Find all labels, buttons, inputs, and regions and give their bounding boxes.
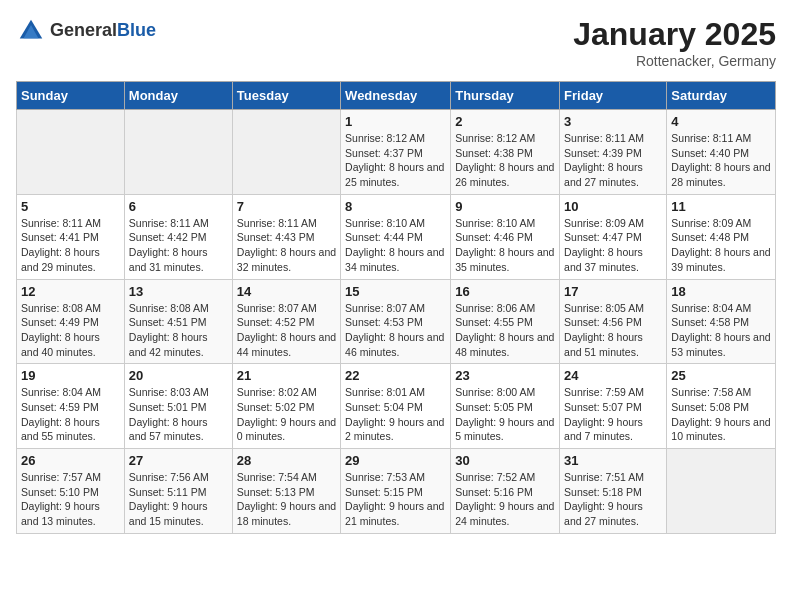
day-number: 11	[671, 199, 771, 214]
day-number: 13	[129, 284, 228, 299]
calendar-cell: 11Sunrise: 8:09 AM Sunset: 4:48 PM Dayli…	[667, 194, 776, 279]
calendar-day-header: Saturday	[667, 82, 776, 110]
day-info: Sunrise: 8:12 AM Sunset: 4:37 PM Dayligh…	[345, 131, 446, 190]
calendar-cell	[232, 110, 340, 195]
day-info: Sunrise: 7:56 AM Sunset: 5:11 PM Dayligh…	[129, 470, 228, 529]
day-number: 10	[564, 199, 662, 214]
calendar-day-header: Monday	[124, 82, 232, 110]
calendar-cell: 3Sunrise: 8:11 AM Sunset: 4:39 PM Daylig…	[560, 110, 667, 195]
day-info: Sunrise: 8:05 AM Sunset: 4:56 PM Dayligh…	[564, 301, 662, 360]
day-info: Sunrise: 8:11 AM Sunset: 4:40 PM Dayligh…	[671, 131, 771, 190]
calendar-cell: 27Sunrise: 7:56 AM Sunset: 5:11 PM Dayli…	[124, 449, 232, 534]
day-info: Sunrise: 7:54 AM Sunset: 5:13 PM Dayligh…	[237, 470, 336, 529]
day-info: Sunrise: 8:11 AM Sunset: 4:43 PM Dayligh…	[237, 216, 336, 275]
day-number: 30	[455, 453, 555, 468]
day-number: 14	[237, 284, 336, 299]
day-number: 5	[21, 199, 120, 214]
calendar-cell: 8Sunrise: 8:10 AM Sunset: 4:44 PM Daylig…	[341, 194, 451, 279]
calendar-cell: 7Sunrise: 8:11 AM Sunset: 4:43 PM Daylig…	[232, 194, 340, 279]
calendar-day-header: Sunday	[17, 82, 125, 110]
calendar-cell: 25Sunrise: 7:58 AM Sunset: 5:08 PM Dayli…	[667, 364, 776, 449]
day-number: 6	[129, 199, 228, 214]
calendar-cell: 30Sunrise: 7:52 AM Sunset: 5:16 PM Dayli…	[451, 449, 560, 534]
calendar-cell: 6Sunrise: 8:11 AM Sunset: 4:42 PM Daylig…	[124, 194, 232, 279]
day-info: Sunrise: 8:09 AM Sunset: 4:47 PM Dayligh…	[564, 216, 662, 275]
title-block: January 2025 Rottenacker, Germany	[573, 16, 776, 69]
day-number: 24	[564, 368, 662, 383]
calendar-cell	[124, 110, 232, 195]
day-number: 9	[455, 199, 555, 214]
day-info: Sunrise: 8:00 AM Sunset: 5:05 PM Dayligh…	[455, 385, 555, 444]
logo-general: GeneralBlue	[50, 20, 156, 42]
calendar-week-row: 1Sunrise: 8:12 AM Sunset: 4:37 PM Daylig…	[17, 110, 776, 195]
logo: GeneralBlue	[16, 16, 156, 46]
calendar-cell: 28Sunrise: 7:54 AM Sunset: 5:13 PM Dayli…	[232, 449, 340, 534]
day-number: 20	[129, 368, 228, 383]
day-number: 1	[345, 114, 446, 129]
calendar-cell: 23Sunrise: 8:00 AM Sunset: 5:05 PM Dayli…	[451, 364, 560, 449]
day-number: 4	[671, 114, 771, 129]
calendar-cell: 2Sunrise: 8:12 AM Sunset: 4:38 PM Daylig…	[451, 110, 560, 195]
day-info: Sunrise: 8:02 AM Sunset: 5:02 PM Dayligh…	[237, 385, 336, 444]
logo-text: GeneralBlue	[50, 20, 156, 42]
day-number: 27	[129, 453, 228, 468]
day-info: Sunrise: 8:08 AM Sunset: 4:51 PM Dayligh…	[129, 301, 228, 360]
calendar-cell	[17, 110, 125, 195]
calendar-cell: 29Sunrise: 7:53 AM Sunset: 5:15 PM Dayli…	[341, 449, 451, 534]
location: Rottenacker, Germany	[573, 53, 776, 69]
day-info: Sunrise: 8:11 AM Sunset: 4:41 PM Dayligh…	[21, 216, 120, 275]
calendar-cell: 22Sunrise: 8:01 AM Sunset: 5:04 PM Dayli…	[341, 364, 451, 449]
calendar-cell: 24Sunrise: 7:59 AM Sunset: 5:07 PM Dayli…	[560, 364, 667, 449]
calendar: SundayMondayTuesdayWednesdayThursdayFrid…	[16, 81, 776, 534]
calendar-cell: 14Sunrise: 8:07 AM Sunset: 4:52 PM Dayli…	[232, 279, 340, 364]
calendar-week-row: 5Sunrise: 8:11 AM Sunset: 4:41 PM Daylig…	[17, 194, 776, 279]
day-info: Sunrise: 8:04 AM Sunset: 4:58 PM Dayligh…	[671, 301, 771, 360]
calendar-cell: 26Sunrise: 7:57 AM Sunset: 5:10 PM Dayli…	[17, 449, 125, 534]
day-info: Sunrise: 7:58 AM Sunset: 5:08 PM Dayligh…	[671, 385, 771, 444]
calendar-cell: 21Sunrise: 8:02 AM Sunset: 5:02 PM Dayli…	[232, 364, 340, 449]
day-number: 3	[564, 114, 662, 129]
day-number: 16	[455, 284, 555, 299]
day-number: 12	[21, 284, 120, 299]
calendar-cell: 16Sunrise: 8:06 AM Sunset: 4:55 PM Dayli…	[451, 279, 560, 364]
calendar-cell: 1Sunrise: 8:12 AM Sunset: 4:37 PM Daylig…	[341, 110, 451, 195]
calendar-day-header: Wednesday	[341, 82, 451, 110]
calendar-cell: 5Sunrise: 8:11 AM Sunset: 4:41 PM Daylig…	[17, 194, 125, 279]
day-number: 28	[237, 453, 336, 468]
calendar-cell: 17Sunrise: 8:05 AM Sunset: 4:56 PM Dayli…	[560, 279, 667, 364]
day-number: 23	[455, 368, 555, 383]
calendar-cell: 13Sunrise: 8:08 AM Sunset: 4:51 PM Dayli…	[124, 279, 232, 364]
calendar-week-row: 19Sunrise: 8:04 AM Sunset: 4:59 PM Dayli…	[17, 364, 776, 449]
day-number: 19	[21, 368, 120, 383]
day-info: Sunrise: 8:07 AM Sunset: 4:53 PM Dayligh…	[345, 301, 446, 360]
day-info: Sunrise: 7:51 AM Sunset: 5:18 PM Dayligh…	[564, 470, 662, 529]
day-info: Sunrise: 8:07 AM Sunset: 4:52 PM Dayligh…	[237, 301, 336, 360]
month-title: January 2025	[573, 16, 776, 53]
calendar-day-header: Tuesday	[232, 82, 340, 110]
calendar-cell	[667, 449, 776, 534]
day-info: Sunrise: 8:08 AM Sunset: 4:49 PM Dayligh…	[21, 301, 120, 360]
calendar-day-header: Thursday	[451, 82, 560, 110]
logo-icon	[16, 16, 46, 46]
day-info: Sunrise: 8:12 AM Sunset: 4:38 PM Dayligh…	[455, 131, 555, 190]
calendar-cell: 9Sunrise: 8:10 AM Sunset: 4:46 PM Daylig…	[451, 194, 560, 279]
calendar-cell: 10Sunrise: 8:09 AM Sunset: 4:47 PM Dayli…	[560, 194, 667, 279]
calendar-cell: 4Sunrise: 8:11 AM Sunset: 4:40 PM Daylig…	[667, 110, 776, 195]
calendar-header-row: SundayMondayTuesdayWednesdayThursdayFrid…	[17, 82, 776, 110]
day-number: 18	[671, 284, 771, 299]
calendar-week-row: 26Sunrise: 7:57 AM Sunset: 5:10 PM Dayli…	[17, 449, 776, 534]
day-info: Sunrise: 7:59 AM Sunset: 5:07 PM Dayligh…	[564, 385, 662, 444]
day-number: 21	[237, 368, 336, 383]
calendar-cell: 12Sunrise: 8:08 AM Sunset: 4:49 PM Dayli…	[17, 279, 125, 364]
calendar-cell: 15Sunrise: 8:07 AM Sunset: 4:53 PM Dayli…	[341, 279, 451, 364]
day-number: 2	[455, 114, 555, 129]
day-number: 8	[345, 199, 446, 214]
day-info: Sunrise: 8:04 AM Sunset: 4:59 PM Dayligh…	[21, 385, 120, 444]
day-info: Sunrise: 8:03 AM Sunset: 5:01 PM Dayligh…	[129, 385, 228, 444]
day-info: Sunrise: 7:57 AM Sunset: 5:10 PM Dayligh…	[21, 470, 120, 529]
day-info: Sunrise: 8:06 AM Sunset: 4:55 PM Dayligh…	[455, 301, 555, 360]
day-info: Sunrise: 8:09 AM Sunset: 4:48 PM Dayligh…	[671, 216, 771, 275]
day-number: 17	[564, 284, 662, 299]
day-number: 31	[564, 453, 662, 468]
day-number: 22	[345, 368, 446, 383]
